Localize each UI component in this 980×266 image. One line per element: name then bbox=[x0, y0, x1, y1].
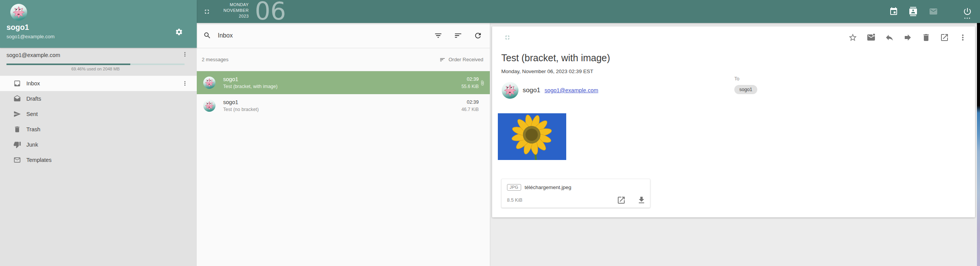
filter-icon[interactable] bbox=[434, 31, 442, 40]
top-app-bar: MONDAY NOVEMBER 2023 06 bbox=[197, 0, 980, 23]
sidebar-item-sent[interactable]: Sent bbox=[0, 106, 197, 122]
list-status-row: 2 messages Order Received bbox=[197, 48, 490, 71]
search-icon[interactable] bbox=[203, 31, 211, 39]
sidebar-item-drafts[interactable]: Drafts bbox=[0, 91, 197, 106]
delete-icon[interactable] bbox=[922, 33, 931, 42]
sender-email-link[interactable]: sogo1@example.com bbox=[544, 87, 598, 93]
date-weekday: MONDAY bbox=[197, 2, 249, 8]
current-date-block: MONDAY NOVEMBER 2023 bbox=[197, 2, 249, 19]
sender-name: sogo1 bbox=[523, 86, 540, 94]
refresh-icon[interactable] bbox=[474, 31, 482, 40]
search-bar: Inbox bbox=[197, 23, 490, 48]
folder-label: Sent bbox=[26, 111, 38, 117]
message-sender: sogo1 bbox=[223, 76, 277, 82]
expand-message-icon[interactable] bbox=[504, 34, 510, 41]
message-time: 02:39 bbox=[462, 100, 479, 105]
message-title: Test (bracket, with image) bbox=[501, 52, 610, 64]
sidebar-header: sogo1 sogo1@example.com bbox=[0, 0, 197, 48]
sort-order-label[interactable]: Order Received bbox=[449, 57, 483, 62]
message-list-pane: Inbox 2 messages Order Received sogo1 Te… bbox=[197, 23, 490, 266]
power-menu-dots bbox=[964, 18, 970, 19]
message-date: Monday, November 06, 2023 02:39 EST bbox=[501, 69, 593, 74]
recipient-chip[interactable]: sogo1 bbox=[734, 85, 757, 94]
window-edge-strip bbox=[977, 23, 980, 266]
gear-icon[interactable] bbox=[175, 28, 183, 36]
attachment-size: 8.5 KiB bbox=[507, 197, 522, 203]
attachment-icon bbox=[479, 80, 486, 86]
power-icon[interactable] bbox=[963, 7, 972, 16]
message-count: 2 messages bbox=[202, 57, 228, 62]
calendar-icon[interactable] bbox=[889, 7, 898, 16]
attachment-download-icon[interactable] bbox=[637, 196, 646, 205]
folder-list: Inbox Drafts Sent Trash Junk Templates bbox=[0, 76, 197, 168]
sidebar-item-junk[interactable]: Junk bbox=[0, 137, 197, 152]
date-month: NOVEMBER bbox=[197, 8, 249, 13]
message-list-item[interactable]: sogo1 Test (no bracket) 02:39 46.7 KiB bbox=[197, 94, 490, 117]
message-card: Test (bracket, with image) Monday, Novem… bbox=[492, 26, 975, 217]
sidebar-item-trash[interactable]: Trash bbox=[0, 122, 197, 137]
user-name: sogo1 bbox=[6, 23, 29, 32]
open-in-new-icon[interactable] bbox=[940, 33, 949, 42]
sender-avatar bbox=[502, 82, 518, 99]
attachment-open-in-new-icon[interactable] bbox=[617, 196, 626, 205]
message-view-pane: Test (bracket, with image) Monday, Novem… bbox=[490, 23, 980, 266]
folder-label: Trash bbox=[26, 126, 40, 132]
sender-avatar bbox=[203, 100, 215, 112]
to-label: To bbox=[734, 76, 757, 82]
message-time: 02:39 bbox=[462, 77, 479, 82]
thumb-down-icon bbox=[13, 141, 21, 149]
attachment-filename: téléchargement.jpeg bbox=[525, 184, 571, 190]
recipients-block: To sogo1 bbox=[734, 76, 757, 94]
sort-order-icon[interactable] bbox=[439, 57, 445, 63]
folder-label: Drafts bbox=[26, 96, 41, 102]
attachment-type-badge: JPG bbox=[507, 184, 521, 191]
date-day-number: 06 bbox=[255, 0, 286, 25]
message-list-item[interactable]: sogo1 Test (bracket, with image) 02:39 5… bbox=[197, 71, 490, 94]
message-size: 55.6 KiB bbox=[462, 84, 479, 89]
contacts-icon[interactable] bbox=[909, 7, 918, 16]
sidebar-item-templates[interactable]: Templates bbox=[0, 152, 197, 168]
more-vert-icon[interactable] bbox=[958, 33, 967, 42]
inline-image-sunflower[interactable] bbox=[498, 113, 566, 160]
inbox-icon bbox=[13, 80, 21, 87]
account-label[interactable]: sogo1@example.com bbox=[6, 52, 60, 58]
mail-icon[interactable] bbox=[929, 7, 938, 16]
message-size: 46.7 KiB bbox=[462, 107, 479, 112]
folder-label: Junk bbox=[26, 142, 38, 148]
folder-label: Templates bbox=[26, 157, 52, 163]
message-subject: Test (bracket, with image) bbox=[223, 84, 277, 89]
date-year: 2023 bbox=[197, 13, 249, 19]
message-sender: sogo1 bbox=[223, 99, 259, 105]
folder-label: Inbox bbox=[26, 80, 40, 86]
quota-progress-fill bbox=[6, 64, 130, 65]
forward-icon[interactable] bbox=[903, 33, 912, 42]
sort-icon[interactable] bbox=[454, 31, 462, 40]
sidebar: sogo1 sogo1@example.com sogo1@example.co… bbox=[0, 0, 197, 266]
user-avatar bbox=[10, 4, 27, 21]
trash-icon bbox=[13, 126, 21, 133]
star-icon[interactable] bbox=[848, 33, 857, 42]
quota-progress-bar bbox=[6, 64, 185, 65]
search-input[interactable]: Inbox bbox=[218, 32, 423, 39]
drafts-icon bbox=[13, 95, 21, 103]
message-toolbar bbox=[848, 33, 967, 42]
account-more-vert-icon[interactable] bbox=[181, 51, 188, 58]
folder-more-vert-icon[interactable] bbox=[181, 80, 188, 87]
sender-row: sogo1 sogo1@example.com bbox=[523, 86, 598, 94]
send-icon bbox=[13, 110, 21, 118]
quota-text: 69.46% used on 2048 MB bbox=[6, 67, 185, 71]
attachment-card: JPG téléchargement.jpeg 8.5 KiB bbox=[501, 179, 650, 208]
sender-avatar bbox=[203, 77, 215, 89]
user-email: sogo1@example.com bbox=[6, 34, 55, 39]
mark-unread-icon[interactable] bbox=[867, 33, 876, 42]
reply-icon[interactable] bbox=[885, 33, 894, 42]
mail-outline-icon bbox=[13, 156, 21, 164]
sidebar-item-inbox[interactable]: Inbox bbox=[0, 76, 197, 91]
message-subject: Test (no bracket) bbox=[223, 107, 259, 112]
